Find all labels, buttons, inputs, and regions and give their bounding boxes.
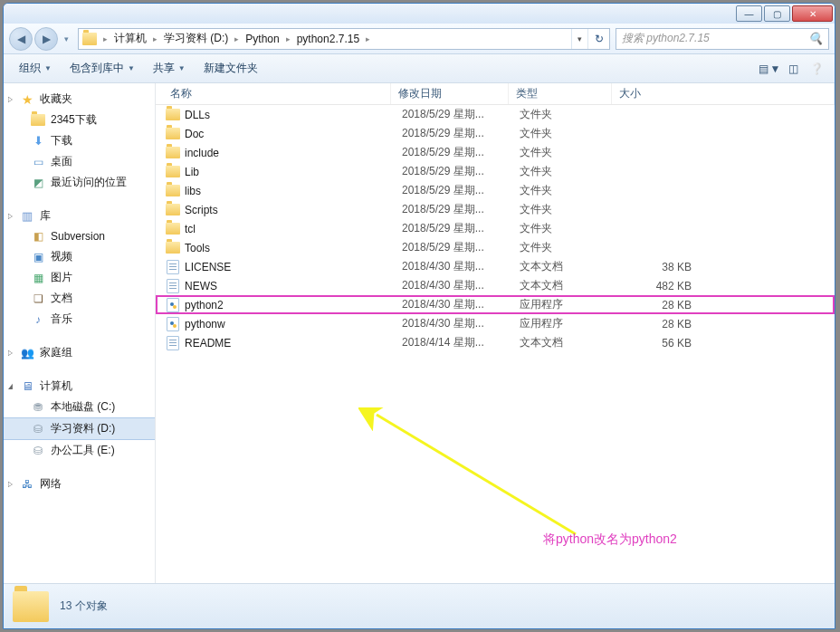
file-row[interactable]: LICENSE2018/4/30 星期...文本文档38 KB — [156, 257, 835, 276]
file-type: 文本文档 — [520, 259, 623, 274]
organize-button[interactable]: 组织▼ — [11, 57, 60, 80]
file-row[interactable]: python22018/4/30 星期...应用程序28 KB — [156, 295, 835, 314]
search-input[interactable]: 搜索 python2.7.15 🔍 — [616, 28, 829, 50]
sidebar-item-pictures[interactable]: ▦图片 — [4, 267, 155, 288]
address-bar[interactable]: ▸ 计算机 ▸ 学习资料 (D:) ▸ Python ▸ python2.7.1… — [78, 28, 610, 50]
include-library-button[interactable]: 包含到库中▼ — [62, 57, 143, 80]
sidebar-item-svn[interactable]: ◧Subversion — [4, 226, 155, 246]
file-type: 文件夹 — [520, 126, 623, 141]
help-button[interactable]: ❔ — [806, 59, 827, 79]
file-name: NEWS — [181, 280, 402, 292]
file-size: 28 KB — [623, 318, 710, 330]
sidebar-item-label: 下载 — [51, 133, 72, 148]
file-name: libs — [181, 185, 402, 197]
details-pane: 13 个对象 — [4, 583, 835, 628]
navbar: ◀ ▶ ▾ ▸ 计算机 ▸ 学习资料 (D:) ▸ Python ▸ pytho… — [4, 24, 835, 54]
file-row[interactable]: DLLs2018/5/29 星期...文件夹 — [156, 105, 835, 124]
chevron-right-icon[interactable]: ▸ — [150, 34, 160, 43]
sidebar-group-label: 库 — [40, 208, 51, 224]
file-date: 2018/4/30 星期... — [402, 316, 520, 331]
column-headers: 名称 修改日期 类型 大小 — [156, 83, 835, 105]
maximize-button[interactable]: ▢ — [764, 5, 790, 22]
breadcrumb[interactable]: Python — [242, 29, 282, 49]
sidebar-group-favorites[interactable]: ★ 收藏夹 — [4, 89, 155, 110]
column-name[interactable]: 名称 — [156, 83, 391, 104]
sidebar-group-computer[interactable]: 🖥 计算机 — [4, 376, 155, 397]
sidebar-item-videos[interactable]: ▣视频 — [4, 246, 155, 267]
column-type[interactable]: 类型 — [509, 83, 612, 104]
sidebar-group-label: 计算机 — [40, 378, 72, 394]
sidebar-item-label: 办公工具 (E:) — [51, 443, 115, 458]
sidebar-group-libraries[interactable]: ▥ 库 — [4, 206, 155, 226]
file-type: 文件夹 — [520, 221, 623, 236]
annotation-text: 将python改名为python2 — [543, 531, 677, 548]
star-icon: ★ — [20, 92, 34, 107]
minimize-button[interactable]: — — [736, 5, 762, 22]
sidebar-group-network[interactable]: 🖧 网络 — [4, 474, 155, 494]
file-row[interactable]: pythonw2018/4/30 星期...应用程序28 KB — [156, 314, 835, 333]
file-type: 文本文档 — [520, 335, 623, 350]
sidebar-item-desktop[interactable]: ▭桌面 — [4, 151, 155, 172]
file-row[interactable]: README2018/4/14 星期...文本文档56 KB — [156, 333, 835, 352]
annotation-arrow — [358, 407, 594, 552]
file-name: DLLs — [181, 109, 402, 121]
breadcrumb[interactable]: python2.7.15 — [293, 29, 363, 49]
disk-icon: ⛃ — [31, 400, 45, 415]
chevron-down-icon: ▼ — [128, 64, 135, 72]
text-file-icon — [167, 336, 179, 350]
share-button[interactable]: 共享▼ — [145, 57, 194, 80]
address-dropdown[interactable]: ▾ — [571, 29, 587, 49]
sidebar-item-downloads[interactable]: ⬇下载 — [4, 130, 155, 151]
close-button[interactable]: ✕ — [792, 5, 833, 22]
file-row[interactable]: libs2018/5/29 星期...文件夹 — [156, 181, 835, 200]
back-button[interactable]: ◀ — [9, 27, 33, 51]
sidebar-item-label: 视频 — [51, 249, 72, 264]
file-row[interactable]: include2018/5/29 星期...文件夹 — [156, 143, 835, 162]
desk-icon: ▭ — [31, 155, 45, 169]
sidebar-group-label: 收藏夹 — [40, 91, 72, 107]
search-placeholder: 搜索 python2.7.15 — [622, 31, 710, 46]
file-row[interactable]: Scripts2018/5/29 星期...文件夹 — [156, 200, 835, 219]
preview-pane-button[interactable]: ◫ — [782, 59, 804, 79]
chevron-right-icon[interactable]: ▸ — [100, 34, 110, 43]
new-folder-button[interactable]: 新建文件夹 — [196, 57, 266, 80]
sidebar-item-documents[interactable]: ❏文档 — [4, 288, 155, 309]
file-name: Scripts — [181, 204, 402, 216]
disk-icon: ⛁ — [31, 422, 45, 436]
folder-icon — [166, 223, 180, 235]
folder-icon — [166, 204, 180, 215]
folder-icon — [82, 33, 97, 45]
sidebar-item-disk-d[interactable]: ⛁学习资料 (D:) — [4, 417, 155, 440]
file-row[interactable]: Lib2018/5/29 星期...文件夹 — [156, 162, 835, 181]
column-date[interactable]: 修改日期 — [391, 83, 509, 104]
sidebar-item-disk-e[interactable]: ⛁办公工具 (E:) — [4, 440, 155, 461]
forward-button[interactable]: ▶ — [34, 27, 58, 51]
file-row[interactable]: tcl2018/5/29 星期...文件夹 — [156, 219, 835, 238]
sidebar-group-homegroup[interactable]: 👥 家庭组 — [4, 342, 155, 363]
file-type: 文件夹 — [520, 183, 623, 198]
file-type: 文本文档 — [520, 278, 623, 293]
file-row[interactable]: Tools2018/5/29 星期...文件夹 — [156, 238, 835, 257]
sidebar-item-music[interactable]: ♪音乐 — [4, 309, 155, 330]
file-row[interactable]: Doc2018/5/29 星期...文件夹 — [156, 124, 835, 143]
chevron-right-icon[interactable]: ▸ — [232, 34, 242, 43]
chevron-down-icon: ▼ — [44, 64, 52, 72]
sidebar-item-recent[interactable]: ◩最近访问的位置 — [4, 172, 155, 193]
file-row[interactable]: NEWS2018/4/30 星期...文本文档482 KB — [156, 276, 835, 295]
file-type: 应用程序 — [520, 316, 623, 331]
nav-history-dropdown[interactable]: ▾ — [60, 30, 72, 48]
chevron-right-icon[interactable]: ▸ — [363, 34, 373, 43]
computer-icon: 🖥 — [20, 379, 34, 394]
breadcrumb[interactable]: 学习资料 (D:) — [160, 29, 232, 49]
file-date: 2018/5/29 星期... — [402, 164, 520, 179]
view-button[interactable]: ▤▼ — [759, 59, 780, 79]
sidebar-item-disk-c[interactable]: ⛃本地磁盘 (C:) — [4, 397, 155, 417]
chevron-right-icon[interactable]: ▸ — [283, 34, 293, 43]
file-date: 2018/5/29 星期... — [402, 202, 520, 217]
refresh-button[interactable]: ↻ — [587, 29, 609, 49]
file-name: tcl — [181, 223, 402, 235]
sidebar-item-dl2345[interactable]: 2345下载 — [4, 110, 155, 130]
breadcrumb[interactable]: 计算机 — [110, 29, 150, 49]
column-size[interactable]: 大小 — [612, 83, 835, 104]
chevron-down-icon: ▼ — [178, 64, 186, 72]
